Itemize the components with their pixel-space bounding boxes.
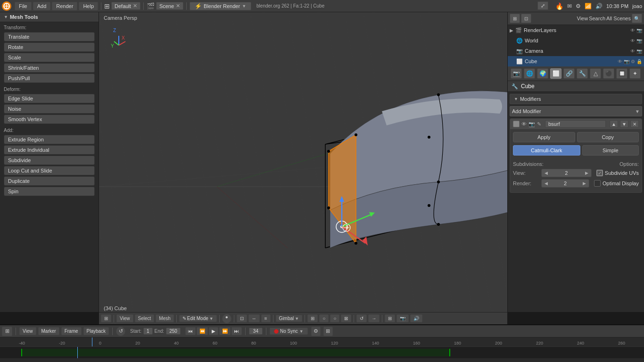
viewport-toggle-btn[interactable]: ≡: [261, 314, 271, 322]
timeline-track[interactable]: [0, 347, 644, 358]
maximize-btn[interactable]: ⤢: [537, 3, 548, 9]
extrude-individual-btn[interactable]: Extrude Individual: [4, 145, 95, 155]
cube-extra-icon[interactable]: ⚙: [631, 59, 635, 64]
view-arrow-right[interactable]: ▶: [585, 171, 588, 175]
menu-help[interactable]: Help: [79, 2, 98, 10]
mirror-btn[interactable]: ○: [330, 314, 339, 322]
modifier-close-btn[interactable]: ✕: [630, 120, 639, 128]
menu-add[interactable]: Add: [33, 2, 51, 10]
snap-btn[interactable]: ⊞: [307, 314, 318, 322]
render-value-slider[interactable]: ◀ 2 ▶: [541, 179, 589, 188]
prop-tab-constraints[interactable]: 🔗: [563, 68, 575, 79]
audio-btn[interactable]: 🔊: [410, 314, 422, 322]
prop-tab-scene[interactable]: 🌐: [524, 68, 535, 79]
subdivide-uvs-checkbox[interactable]: ✓: [596, 170, 603, 176]
prop-tab-object[interactable]: ⬜: [550, 68, 561, 79]
tl-extra-btn1[interactable]: ⚙: [311, 327, 321, 336]
simple-btn[interactable]: Simple: [582, 145, 639, 156]
select-menu-btn[interactable]: Select: [135, 314, 155, 322]
scene-close-icon[interactable]: ✕: [176, 3, 180, 9]
prop-edit-btn[interactable]: ○: [319, 314, 329, 322]
rp-icon-2[interactable]: ⊡: [521, 14, 531, 23]
apply-btn[interactable]: Apply: [513, 132, 575, 142]
prop-tab-world[interactable]: 🌍: [537, 68, 548, 79]
view-value-slider[interactable]: ◀ 2 ▶: [541, 169, 592, 177]
tl-end-field[interactable]: 250: [166, 328, 181, 335]
render-engine-selector[interactable]: ⚡ Blender Render ▼: [190, 2, 251, 10]
view-menu-btn[interactable]: View: [116, 314, 133, 322]
extrude-region-btn[interactable]: Extrude Region: [4, 135, 95, 144]
camera-vis-icon[interactable]: 👁: [630, 49, 635, 54]
world-vis-icon[interactable]: 👁: [630, 38, 635, 43]
timeline-corner-btn[interactable]: ⊞: [2, 327, 12, 336]
tl-sync-btn[interactable]: ↺: [116, 327, 125, 336]
noise-btn[interactable]: Noise: [4, 104, 95, 114]
subdivide-btn[interactable]: Subdivide: [4, 156, 95, 165]
modifier-render-icon[interactable]: 📷: [528, 121, 535, 127]
cube-render-icon[interactable]: 📷: [624, 59, 629, 64]
maximize-icon[interactable]: ⤢: [537, 1, 548, 10]
camera-render-icon[interactable]: 📷: [636, 49, 642, 54]
shading-solid-btn[interactable]: ●: [222, 314, 231, 323]
modifier-down-btn[interactable]: ▼: [620, 120, 628, 128]
tl-start-field[interactable]: 1: [143, 328, 153, 335]
rp-icon-1[interactable]: ⊞: [510, 14, 520, 23]
tl-next-btn[interactable]: ⏩: [219, 327, 231, 335]
smooth-vertex-btn[interactable]: Smooth Vertex: [4, 115, 95, 124]
prop-tab-render[interactable]: 📷: [511, 68, 522, 79]
viewport-cam-btn[interactable]: ↔: [248, 314, 260, 322]
capture-btn[interactable]: 📷: [396, 314, 409, 322]
layout-selector[interactable]: Default ✕: [111, 2, 140, 10]
edge-slide-btn[interactable]: Edge Slide: [4, 94, 95, 103]
modifier-eye-icon[interactable]: 👁: [521, 121, 527, 127]
tl-sync-mode[interactable]: No Sync ▼: [270, 328, 308, 335]
shrink-fatten-btn[interactable]: Shrink/Fatten: [4, 63, 95, 73]
cube-vis-icon[interactable]: 👁: [618, 59, 622, 64]
copy-btn[interactable]: Copy: [577, 132, 639, 142]
tree-item-world[interactable]: 🌐 World 👁 📷: [508, 35, 644, 46]
menu-file[interactable]: File: [15, 2, 32, 10]
render-preview-btn[interactable]: ⊞: [385, 314, 395, 322]
tl-prev-btn[interactable]: ⏪: [197, 327, 208, 335]
prop-tab-modifiers[interactable]: 🔧: [577, 68, 588, 79]
optimal-display-checkbox[interactable]: [594, 180, 601, 187]
modifier-edit-icon[interactable]: ✎: [537, 121, 541, 127]
transform-orientation[interactable]: Gimbal ▼: [276, 315, 303, 322]
loop-cut-slide-btn[interactable]: Loop Cut and Slide: [4, 166, 95, 175]
xray-btn[interactable]: ⊠: [341, 314, 351, 322]
menu-render[interactable]: Render: [52, 2, 77, 10]
spin-btn[interactable]: Spin: [4, 187, 95, 196]
modifier-name-field[interactable]: bsurf: [545, 120, 606, 128]
add-modifier-btn[interactable]: Add Modifier ▼: [510, 106, 642, 116]
renderlayers-vis-icon[interactable]: 👁: [630, 28, 635, 33]
viewport-canvas[interactable]: Z X Y: [99, 12, 507, 312]
onion-btn[interactable]: ↺: [356, 314, 367, 322]
translate-btn[interactable]: Translate: [4, 32, 95, 41]
tree-item-cube[interactable]: ⬜ Cube 👁 📷 ⚙ 🔒: [508, 56, 644, 66]
tl-fastfwd-btn[interactable]: ⏭: [231, 327, 242, 335]
duplicate-btn[interactable]: Duplicate: [4, 176, 95, 186]
search-icon[interactable]: 🔍: [632, 14, 642, 23]
mesh-menu-btn[interactable]: Mesh: [156, 314, 173, 322]
prop-tab-data[interactable]: △: [590, 68, 601, 79]
modifier-up-btn[interactable]: ▲: [610, 120, 618, 128]
cube-lock-icon[interactable]: 🔒: [636, 59, 642, 64]
tl-frame-btn[interactable]: Frame: [61, 327, 82, 335]
tree-item-camera[interactable]: 📷 Camera 👁 📷: [508, 46, 644, 56]
render-arrow-right[interactable]: ▶: [583, 181, 586, 186]
tl-view-btn[interactable]: View: [19, 327, 36, 335]
tl-play-btn[interactable]: ▶: [209, 327, 218, 335]
world-render-icon[interactable]: 📷: [636, 38, 642, 43]
view-arrow-left[interactable]: ◀: [545, 171, 548, 175]
tl-extra-btn2[interactable]: ⊞: [323, 327, 333, 336]
viewport-ortho-btn[interactable]: ⊡: [237, 314, 247, 322]
prop-tab-texture[interactable]: 🔲: [616, 68, 627, 79]
scene-selector[interactable]: Scene ✕: [156, 2, 183, 10]
scale-btn[interactable]: Scale: [4, 53, 95, 62]
tl-marker-btn[interactable]: Marker: [38, 327, 59, 335]
rotate-btn[interactable]: Rotate: [4, 42, 95, 52]
prop-tab-material[interactable]: ⚫: [603, 68, 614, 79]
tree-item-renderlayers[interactable]: ▶ 🎬 RenderLayers 👁 📷: [508, 25, 644, 35]
frame-btn[interactable]: →: [368, 314, 380, 322]
layout-close-icon[interactable]: ✕: [133, 3, 137, 9]
